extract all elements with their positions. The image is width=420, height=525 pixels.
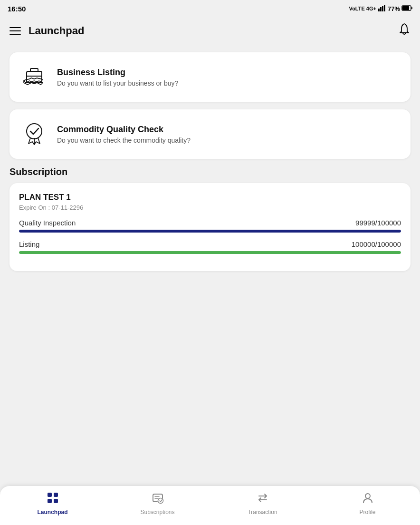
nav-label-profile: Profile xyxy=(359,509,375,515)
status-time: 16:50 xyxy=(8,5,26,13)
battery-percentage: 77% xyxy=(388,5,400,12)
quality-inspection-progress-bar xyxy=(19,230,401,233)
signal-icon xyxy=(378,5,386,13)
business-listing-icon xyxy=(19,62,49,92)
subscriptions-icon xyxy=(152,492,164,507)
nav-item-launchpad[interactable]: Launchpad xyxy=(0,492,105,515)
listing-label: Listing xyxy=(19,240,39,248)
business-listing-desc: Do you want to list your business or buy… xyxy=(57,79,178,87)
menu-button[interactable] xyxy=(10,27,21,35)
svg-rect-0 xyxy=(378,9,380,11)
quality-inspection-label: Quality Inspection xyxy=(19,219,76,227)
status-bar: 16:50 VoLTE 4G+ 77% xyxy=(0,0,420,17)
status-icons: VoLTE 4G+ 77% xyxy=(349,5,412,13)
svg-rect-1 xyxy=(380,7,382,11)
plan-name: PLAN TEST 1 xyxy=(19,193,401,202)
network-icon: VoLTE 4G+ xyxy=(349,6,376,11)
svg-rect-11 xyxy=(54,493,58,497)
nav-label-launchpad: Launchpad xyxy=(37,509,67,515)
listing-progress-fill xyxy=(19,251,401,254)
expiry-date: 07-11-2296 xyxy=(52,204,84,211)
expiry-label: Expire On : xyxy=(19,204,50,211)
listing-value: 100000/100000 xyxy=(352,240,401,248)
subscription-section-title: Subscription xyxy=(10,166,410,177)
listing-progress-bar xyxy=(19,251,401,254)
svg-point-9 xyxy=(27,124,42,139)
commodity-quality-icon xyxy=(19,119,49,149)
svg-rect-12 xyxy=(48,499,52,503)
bottom-navigation: Launchpad Subscriptions Transactio xyxy=(0,486,420,525)
svg-rect-3 xyxy=(384,5,385,11)
quality-inspection-metric: Quality Inspection 99999/100000 xyxy=(19,219,401,233)
nav-label-transaction: Transaction xyxy=(248,509,277,515)
svg-rect-13 xyxy=(54,499,58,503)
svg-rect-10 xyxy=(48,493,52,497)
nav-label-subscriptions: Subscriptions xyxy=(140,509,174,515)
nav-item-subscriptions[interactable]: Subscriptions xyxy=(105,492,210,515)
main-content: Business Listing Do you want to list you… xyxy=(0,45,420,328)
svg-rect-2 xyxy=(382,6,383,11)
battery-icon xyxy=(402,5,412,12)
quality-inspection-progress-fill xyxy=(19,230,401,233)
nav-item-profile[interactable]: Profile xyxy=(315,492,420,515)
plan-expiry: Expire On : 07-11-2296 xyxy=(19,204,401,211)
commodity-quality-desc: Do you want to check the commodity quali… xyxy=(57,136,191,144)
commodity-quality-title: Commodity Quality Check xyxy=(57,125,191,135)
quality-inspection-value: 99999/100000 xyxy=(355,219,401,227)
svg-point-21 xyxy=(365,494,370,498)
notification-bell-icon[interactable] xyxy=(398,23,410,39)
page-title: Launchpad xyxy=(29,25,84,37)
commodity-quality-card[interactable]: Commodity Quality Check Do you want to c… xyxy=(10,109,410,159)
profile-icon xyxy=(362,492,374,507)
launchpad-icon xyxy=(47,492,59,507)
svg-rect-5 xyxy=(402,6,409,10)
svg-rect-6 xyxy=(411,7,412,9)
nav-item-transaction[interactable]: Transaction xyxy=(210,492,315,515)
subscription-card: PLAN TEST 1 Expire On : 07-11-2296 Quali… xyxy=(10,183,410,271)
business-listing-title: Business Listing xyxy=(57,68,178,78)
app-header: Launchpad xyxy=(0,17,420,45)
transaction-icon xyxy=(257,492,269,507)
business-listing-card[interactable]: Business Listing Do you want to list you… xyxy=(10,52,410,102)
listing-metric: Listing 100000/100000 xyxy=(19,240,401,254)
